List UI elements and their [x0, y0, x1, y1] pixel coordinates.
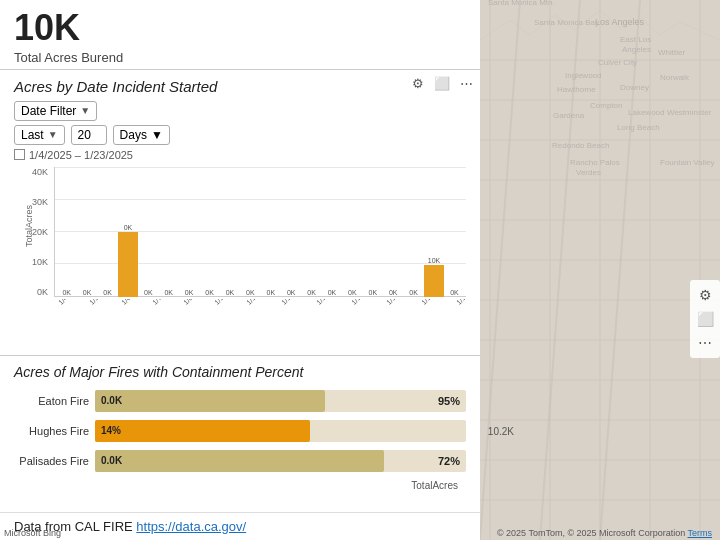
period-dropdown-arrow-icon: ▼ [48, 129, 58, 140]
svg-text:Hawthorne: Hawthorne [557, 85, 596, 94]
bar-value-label: 10K [428, 257, 440, 264]
fire-bar-fill: 0.0K [95, 450, 384, 472]
fires-x-axis-label: TotalAcres [14, 480, 466, 491]
fire-name: Hughes Fire [14, 425, 89, 437]
bar-value-label: 0K [266, 289, 275, 296]
bar-item: 0K [384, 289, 403, 297]
period-dropdown[interactable]: Last ▼ [14, 125, 65, 145]
right-panel-toolbar: ⚙ ⬜ ⋯ [690, 280, 720, 358]
svg-text:Angeles: Angeles [622, 45, 651, 54]
bar-item: 0K [363, 289, 382, 297]
bar-item: 0K [179, 289, 198, 297]
bar-item: 0K [302, 289, 321, 297]
svg-text:Verdes: Verdes [576, 168, 601, 177]
bar-item: 0K [118, 224, 137, 297]
date-range-checkbox[interactable] [14, 149, 25, 160]
bar-item: 0K [322, 289, 341, 297]
bar-item: 0K [200, 289, 219, 297]
right-export-button[interactable]: ⬜ [694, 308, 716, 330]
bar-value-label: 0K [144, 289, 153, 296]
svg-text:Downey: Downey [620, 83, 649, 92]
fire-bar-background: 0.0K72% [95, 450, 466, 472]
date-chart-section: Acres by Date Incident Started Date Filt… [0, 70, 480, 356]
date-filter-dropdown[interactable]: Date Filter ▼ [14, 101, 97, 121]
y-label-10k: 10K [32, 257, 48, 267]
svg-text:Gardena: Gardena [553, 111, 585, 120]
bar-value-label: 0K [328, 289, 337, 296]
period-unit-dropdown[interactable]: Days ▼ [113, 125, 170, 145]
bar-item: 0K [159, 289, 178, 297]
fire-bar-outer: 0.0K95% [95, 390, 466, 412]
svg-text:Fountain Valley: Fountain Valley [660, 158, 715, 167]
bar-value-label: 0K [450, 289, 459, 296]
footer: Data from CAL FIRE https://data.ca.gov/ [0, 512, 480, 540]
footer-link[interactable]: https://data.ca.gov/ [136, 519, 246, 534]
terms-link[interactable]: Terms [688, 528, 713, 538]
bar-item: 10K [424, 257, 443, 297]
bar-item: 0K [57, 289, 76, 297]
svg-text:Culver City: Culver City [598, 58, 637, 67]
bar-value-label: 0K [287, 289, 296, 296]
overlay-panel: 10K Total Acres Burend Acres by Date Inc… [0, 0, 480, 540]
dropdown-arrow-icon: ▼ [80, 105, 90, 116]
y-label-0k: 0K [37, 287, 48, 297]
fire-bar-outer: 14%10.2K [95, 420, 466, 442]
bar-item: 0K [98, 289, 117, 297]
svg-text:Lakewood: Lakewood [628, 108, 664, 117]
bar-item: 0K [343, 289, 362, 297]
svg-text:Redondo Beach: Redondo Beach [552, 141, 609, 150]
date-bar-chart: TotalAcres 40K 30K 20K 10K 0K 0K0K0K0K0K… [14, 167, 466, 347]
bar-value-label: 0K [124, 224, 133, 231]
fire-containment-pct: 95% [438, 395, 460, 407]
fire-row: Eaton Fire0.0K95% [14, 390, 466, 412]
map-attribution: © 2025 TomTom, © 2025 Microsoft Corporat… [497, 528, 712, 538]
fires-rows: Eaton Fire0.0K95%Hughes Fire14%10.2KPali… [14, 390, 466, 472]
x-labels-row: 1/4/20251/5/20251/6/20251/7/20251/8/2025… [54, 299, 466, 344]
bar-value-label: 0K [83, 289, 92, 296]
fire-bar-background: 14%10.2K [95, 420, 466, 442]
bar-item: 0K [281, 289, 300, 297]
bar-value-label: 0K [246, 289, 255, 296]
bars-wrapper: 0K0K0K0K0K0K0K0K0K0K0K0K0K0K0K0K0K0K10K0… [55, 167, 466, 297]
date-range-text: 1/4/2025 – 1/23/2025 [29, 149, 133, 161]
svg-text:Santa Monica Bay: Santa Monica Bay [534, 18, 599, 27]
more-toolbar-button[interactable]: ⋯ [456, 74, 476, 94]
bar-item: 0K [77, 289, 96, 297]
filter-number-input[interactable]: 20 [71, 125, 107, 145]
stat-box: 10K Total Acres Burend [0, 0, 480, 70]
fire-bar-background: 0.0K95% [95, 390, 466, 412]
bar-rect [118, 232, 137, 297]
bar-value-label: 0K [409, 289, 418, 296]
y-axis-labels: 40K 30K 20K 10K 0K [14, 167, 52, 297]
filter-period-row: Last ▼ 20 Days ▼ [14, 125, 466, 145]
right-more-button[interactable]: ⋯ [694, 332, 716, 354]
svg-text:Rancho Palos: Rancho Palos [570, 158, 620, 167]
svg-text:Los Angeles: Los Angeles [595, 17, 645, 27]
right-filter-button[interactable]: ⚙ [694, 284, 716, 306]
fire-bar-inner-label: 0.0K [101, 455, 122, 466]
fire-containment-pct: 72% [438, 455, 460, 467]
bar-item: 0K [404, 289, 423, 297]
bar-item: 0K [261, 289, 280, 297]
svg-text:Santa Monica Mtn.: Santa Monica Mtn. [488, 0, 555, 7]
fire-bar-inner-label: 14% [101, 425, 121, 436]
filter-toolbar-button[interactable]: ⚙ [408, 74, 428, 94]
bar-value-label: 0K [185, 289, 194, 296]
bar-value-label: 0K [103, 289, 112, 296]
bar-item: 0K [445, 289, 464, 297]
bar-value-label: 0K [164, 289, 173, 296]
bar-value-label: 0K [369, 289, 378, 296]
date-range-row: 1/4/2025 – 1/23/2025 [14, 149, 466, 161]
bar-value-label: 0K [62, 289, 71, 296]
export-toolbar-button[interactable]: ⬜ [432, 74, 452, 94]
svg-text:Westminster: Westminster [667, 108, 712, 117]
bar-value-label: 0K [307, 289, 316, 296]
bar-value-label: 0K [348, 289, 357, 296]
svg-text:Long Beach: Long Beach [617, 123, 660, 132]
fire-row: Palisades Fire0.0K72% [14, 450, 466, 472]
bar-value-label: 0K [226, 289, 235, 296]
fire-acres-label: 10.2K [488, 425, 514, 436]
fires-chart-title: Acres of Major Fires with Containment Pe… [14, 364, 466, 380]
date-chart-toolbar: ⚙ ⬜ ⋯ [408, 74, 476, 94]
svg-text:Norwalk: Norwalk [660, 73, 690, 82]
